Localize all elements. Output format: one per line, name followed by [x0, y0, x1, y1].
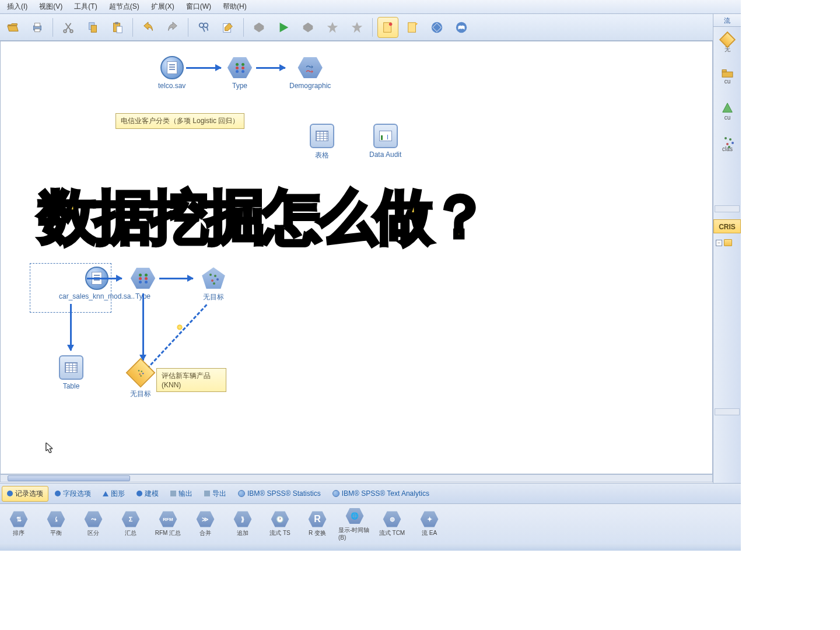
stop-button[interactable]	[298, 17, 318, 38]
node-label: Table	[63, 382, 80, 390]
favorite2-button[interactable]	[346, 17, 368, 38]
tab-model[interactable]: 建模	[131, 486, 164, 502]
right-tab-streams[interactable]: 流	[713, 14, 741, 27]
hex-icon: ≫	[195, 510, 215, 528]
paste-button[interactable]	[107, 17, 128, 38]
tab-spss-text[interactable]: IBM® SPSS® Text Analytics	[327, 487, 435, 501]
note-button[interactable]	[377, 17, 398, 38]
horizontal-scrollbar[interactable]	[0, 474, 713, 482]
menu-insert[interactable]: 插入(I)	[1, 1, 33, 13]
menu-tools[interactable]: 工具(T)	[68, 1, 103, 13]
new-note-button[interactable]	[402, 17, 423, 38]
palette-balance[interactable]: ⤹平衡	[40, 510, 72, 537]
connector	[159, 278, 193, 279]
menu-extend[interactable]: 扩展(X)	[145, 1, 180, 13]
right-item-4[interactable]: clas	[718, 135, 737, 160]
connector	[142, 293, 144, 360]
node-data-audit[interactable]: Data Audit	[369, 124, 401, 159]
svg-line-13	[207, 27, 208, 30]
palette-stream-ts[interactable]: 🕐流式 TS	[264, 510, 296, 537]
node-label: Type	[232, 82, 247, 90]
collapse-icon[interactable]: −	[716, 240, 722, 246]
annotation-telco[interactable]: 电信业客户分类（多项 Logistic 回归）	[116, 113, 244, 129]
node-type-1[interactable]: Type	[227, 56, 253, 90]
overlay-title: 数据挖掘怎么做？	[38, 178, 487, 257]
menu-supernode[interactable]: 超节点(S)	[103, 1, 145, 13]
node-notarget-2[interactable]: 无目标	[130, 362, 151, 399]
tab-graph[interactable]: 图形	[97, 486, 130, 502]
connector	[256, 67, 285, 69]
node-notarget-1[interactable]: 无目标	[201, 267, 226, 302]
tab-spss-stats[interactable]: IBM® SPSS® Statistics	[233, 487, 326, 501]
undo-button[interactable]	[138, 17, 159, 38]
redo-button[interactable]	[162, 17, 183, 38]
palette-r-transform[interactable]: RR 变换	[301, 510, 334, 537]
node-label: Demographic	[289, 82, 331, 90]
gem-button[interactable]	[426, 17, 447, 38]
palette-distinct[interactable]: ⤳区分	[77, 510, 110, 537]
tab-record[interactable]: 记录选项	[2, 486, 48, 502]
hex-icon: ✦	[419, 510, 439, 528]
scrollbar-thumb[interactable]	[8, 475, 130, 481]
palette-rfm[interactable]: RFMRFM 汇总	[152, 510, 184, 537]
hex-icon: ⤳	[83, 510, 103, 528]
print-button[interactable]	[27, 17, 48, 38]
hex-icon: ⟫	[233, 510, 253, 528]
demographic-icon	[298, 56, 323, 79]
palette-aggregate[interactable]: Σ汇总	[114, 510, 147, 537]
book-button[interactable]	[451, 17, 472, 38]
crisp-tab[interactable]: CRIS	[713, 219, 741, 233]
node-telco-source[interactable]: telco.sav	[158, 56, 186, 90]
svg-rect-6	[91, 25, 96, 32]
hex-icon: ⤹	[46, 510, 66, 528]
palette-append[interactable]: ⟫追加	[226, 510, 259, 537]
open-button[interactable]	[2, 17, 23, 38]
node-car-sales[interactable]: car_sales_knn_mod.sa..	[59, 267, 135, 300]
right-item-2[interactable]: cu	[718, 68, 737, 92]
right-scrollbar-1[interactable]	[715, 205, 740, 212]
edit-button[interactable]	[218, 17, 239, 38]
square-icon	[204, 491, 210, 496]
tab-export[interactable]: 导出	[199, 486, 232, 502]
copy-button[interactable]	[82, 17, 103, 38]
node-label: 表格	[315, 150, 329, 160]
palette-stream-ea[interactable]: ✦流 EA	[413, 510, 446, 537]
tab-output[interactable]: 输出	[165, 486, 198, 502]
node-demographic[interactable]: Demographic	[289, 56, 331, 90]
run-selection-button[interactable]	[249, 17, 270, 38]
node-palette: ⇅排序 ⤹平衡 ⤳区分 Σ汇总 RFMRFM 汇总 ≫合并 ⟫追加 🕐流式 TS…	[0, 504, 741, 544]
menu-help[interactable]: 帮助(H)	[217, 1, 253, 13]
hex-icon: 🕐	[270, 510, 290, 528]
right-scrollbar-2[interactable]	[715, 408, 740, 415]
node-label: 无目标	[203, 292, 224, 302]
palette-sort[interactable]: ⇅排序	[2, 510, 35, 537]
find-button[interactable]	[193, 17, 214, 38]
menu-bar: 插入(I) 视图(V) 工具(T) 超节点(S) 扩展(X) 窗口(W) 帮助(…	[0, 0, 741, 14]
canvas-area[interactable]: telco.sav Type Demographic 电信业客户分类（多项 Lo…	[0, 41, 713, 474]
svg-marker-29	[723, 103, 733, 113]
annotation-knn[interactable]: 评估新车辆产品 (KNN)	[156, 368, 226, 392]
table-icon	[310, 124, 334, 148]
node-table-en[interactable]: Table	[59, 355, 83, 390]
node-label: car_sales_knn_mod.sa..	[59, 292, 135, 300]
palette-timeline[interactable]: 🌐显示-时间轴(B)	[338, 508, 371, 541]
tree-root[interactable]: −	[716, 237, 740, 249]
right-item-3[interactable]: cu	[718, 102, 737, 126]
node-table-cn[interactable]: 表格	[310, 124, 334, 160]
cut-button[interactable]	[58, 17, 79, 38]
run-button[interactable]	[273, 17, 294, 38]
svg-point-21	[389, 22, 393, 26]
svg-point-4	[70, 30, 73, 33]
menu-view[interactable]: 视图(V)	[33, 1, 68, 13]
right-item-1[interactable]: 无	[718, 34, 737, 58]
tab-field[interactable]: 字段选项	[50, 486, 96, 502]
sparkle-icon	[177, 324, 183, 330]
svg-rect-1	[34, 23, 40, 26]
favorite-button[interactable]	[322, 17, 343, 38]
menu-window[interactable]: 窗口(W)	[180, 1, 217, 13]
right-panel: 流 无 cu cu clas CRIS −	[713, 14, 741, 551]
svg-marker-15	[254, 22, 264, 32]
svg-rect-28	[722, 70, 726, 72]
palette-merge[interactable]: ≫合并	[189, 510, 222, 537]
palette-stream-tcm[interactable]: ⊚流式 TCM	[376, 510, 408, 537]
